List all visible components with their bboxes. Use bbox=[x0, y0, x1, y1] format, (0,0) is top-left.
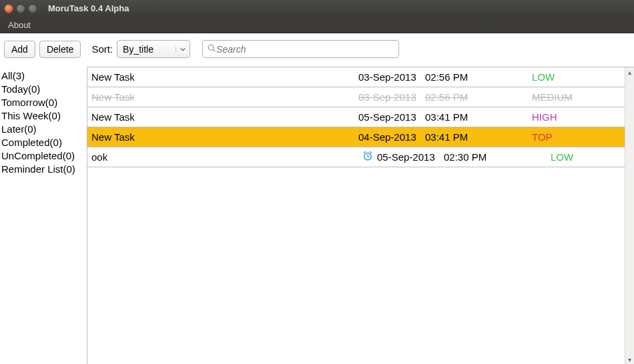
chevron-down-icon bbox=[176, 47, 186, 52]
search-icon bbox=[207, 43, 216, 55]
task-date: 03-Sep-2013 bbox=[358, 71, 425, 83]
sort-select[interactable]: By_title bbox=[117, 40, 190, 58]
task-row[interactable]: ook05-Sep-201302:30 PMLOW bbox=[87, 147, 625, 167]
search-input[interactable] bbox=[216, 44, 394, 55]
titlebar: MoruTask 0.4 Alpha bbox=[0, 0, 634, 17]
sidebar-item-thisweek[interactable]: This Week(0) bbox=[1, 109, 85, 123]
add-button[interactable]: Add bbox=[4, 41, 35, 58]
task-time: 03:41 PM bbox=[425, 111, 532, 123]
sidebar-item-uncompleted[interactable]: UnCompleted(0) bbox=[1, 149, 85, 163]
task-row[interactable]: New Task05-Sep-201303:41 PMHIGH bbox=[87, 107, 625, 127]
sidebar-item-today[interactable]: Today(0) bbox=[1, 83, 85, 96]
sort-value: By_title bbox=[123, 44, 153, 55]
task-title: New Task bbox=[91, 131, 358, 143]
task-time: 02:56 PM bbox=[425, 71, 532, 83]
task-priority: HIGH bbox=[532, 111, 621, 123]
sidebar-item-later[interactable]: Later(0) bbox=[1, 123, 85, 136]
task-date: 05-Sep-2013 bbox=[377, 151, 444, 163]
close-icon[interactable] bbox=[4, 4, 13, 13]
task-time: 02:56 PM bbox=[425, 91, 532, 103]
toolbar: Add Delete Sort: By_title bbox=[0, 33, 634, 65]
task-pane: New Task03-Sep-201302:56 PMLOWNew Task03… bbox=[87, 67, 634, 364]
window-title: MoruTask 0.4 Alpha bbox=[48, 3, 129, 13]
task-row[interactable]: New Task03-Sep-201302:56 PMLOW bbox=[87, 67, 625, 87]
content-area: Add Delete Sort: By_title All(3) Today(0… bbox=[0, 33, 634, 364]
task-time: 03:41 PM bbox=[425, 131, 532, 143]
main-split: All(3) Today(0) Tomorrow(0) This Week(0)… bbox=[0, 65, 634, 364]
sidebar-item-reminder[interactable]: Reminder List(0) bbox=[1, 163, 85, 176]
task-time: 02:30 PM bbox=[444, 151, 551, 163]
task-date: 05-Sep-2013 bbox=[358, 111, 425, 123]
task-priority: LOW bbox=[551, 151, 621, 163]
sidebar-item-all[interactable]: All(3) bbox=[1, 69, 85, 83]
task-row[interactable]: New Task04-Sep-201303:41 PMTOP bbox=[87, 127, 625, 147]
task-list: New Task03-Sep-201302:56 PMLOWNew Task03… bbox=[87, 67, 625, 364]
task-title: New Task bbox=[91, 91, 358, 103]
delete-button[interactable]: Delete bbox=[39, 41, 81, 58]
scroll-up-icon[interactable]: ▴ bbox=[625, 67, 634, 77]
task-title: New Task bbox=[91, 71, 358, 83]
scrollbar[interactable]: ▴ ▾ bbox=[625, 67, 634, 364]
svg-line-1 bbox=[213, 49, 215, 51]
sidebar-item-tomorrow[interactable]: Tomorrow(0) bbox=[1, 96, 85, 109]
minimize-icon[interactable] bbox=[16, 4, 25, 13]
menu-about[interactable]: About bbox=[4, 18, 35, 32]
sort-label: Sort: bbox=[91, 43, 113, 55]
task-priority: MEDIUM bbox=[532, 91, 621, 103]
task-title: ook bbox=[91, 151, 358, 163]
menubar: About bbox=[0, 17, 634, 33]
task-date: 04-Sep-2013 bbox=[358, 131, 425, 143]
alarm-icon bbox=[358, 150, 377, 164]
sidebar: All(3) Today(0) Tomorrow(0) This Week(0)… bbox=[0, 65, 87, 364]
task-title: New Task bbox=[91, 111, 358, 123]
task-row[interactable]: New Task03-Sep-201302:56 PMMEDIUM bbox=[87, 87, 625, 107]
svg-point-0 bbox=[208, 45, 214, 50]
maximize-icon[interactable] bbox=[28, 4, 37, 13]
task-date: 03-Sep-2013 bbox=[358, 91, 425, 103]
search-box[interactable] bbox=[202, 40, 399, 58]
task-priority: TOP bbox=[532, 131, 621, 143]
scroll-down-icon[interactable]: ▾ bbox=[625, 355, 634, 364]
sidebar-item-completed[interactable]: Completed(0) bbox=[1, 136, 85, 149]
task-priority: LOW bbox=[532, 71, 621, 83]
window-controls bbox=[4, 4, 37, 13]
